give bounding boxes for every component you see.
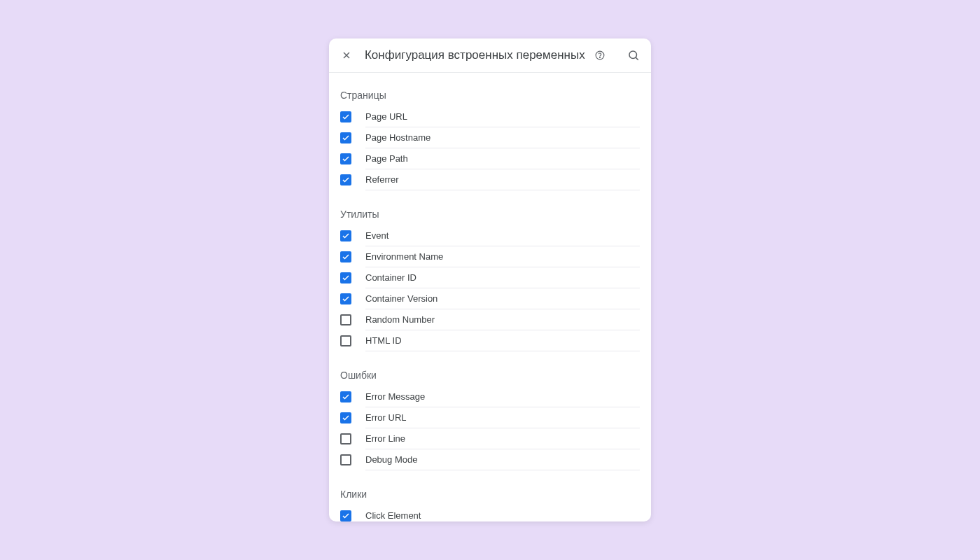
variable-row: Event xyxy=(329,225,651,246)
panel-content: СтраницыPage URLPage HostnamePage PathRe… xyxy=(329,73,651,522)
panel-header: Конфигурация встроенных переменных xyxy=(329,38,651,73)
variable-row: Referrer xyxy=(329,169,651,190)
variable-checkbox[interactable] xyxy=(340,412,351,424)
variable-label: Referrer xyxy=(365,174,399,185)
variable-label: Click Element xyxy=(365,510,421,521)
svg-line-5 xyxy=(636,57,638,60)
section-title: Страницы xyxy=(329,85,651,106)
variable-label: Page Path xyxy=(365,153,408,164)
variable-row: Container ID xyxy=(329,267,651,288)
variable-checkbox[interactable] xyxy=(340,391,351,402)
search-icon xyxy=(627,49,640,62)
variable-checkbox[interactable] xyxy=(340,272,351,284)
variable-row: Debug Mode xyxy=(329,449,651,470)
variable-row: Error Message xyxy=(329,386,651,407)
variable-row: Page Path xyxy=(329,148,651,169)
variable-checkbox[interactable] xyxy=(340,111,351,122)
variable-row: Environment Name xyxy=(329,246,651,267)
help-button[interactable] xyxy=(595,50,606,61)
svg-point-3 xyxy=(600,57,601,57)
section-title: Утилиты xyxy=(329,204,651,225)
variable-label: Error URL xyxy=(365,412,407,423)
variable-label: Page URL xyxy=(365,111,407,122)
variable-label: Error Line xyxy=(365,433,405,444)
variable-row: Page URL xyxy=(329,106,651,127)
variable-label: Debug Mode xyxy=(365,454,417,465)
close-button[interactable] xyxy=(339,47,355,64)
variable-row: Container Version xyxy=(329,288,651,309)
variable-label: Container ID xyxy=(365,272,416,283)
variable-row: HTML ID xyxy=(329,330,651,351)
panel-title: Конфигурация встроенных переменных xyxy=(365,48,585,62)
search-button[interactable] xyxy=(625,47,641,64)
variable-label: Error Message xyxy=(365,391,425,402)
variable-checkbox[interactable] xyxy=(340,153,351,164)
variable-row: Error URL xyxy=(329,407,651,428)
variable-row: Page Hostname xyxy=(329,127,651,148)
variable-row: Click Element xyxy=(329,505,651,522)
variable-checkbox[interactable] xyxy=(340,132,351,144)
variable-checkbox[interactable] xyxy=(340,251,351,262)
variable-label: Environment Name xyxy=(365,251,443,262)
variable-checkbox[interactable] xyxy=(340,174,351,186)
variable-row: Random Number xyxy=(329,309,651,330)
variable-row: Error Line xyxy=(329,428,651,449)
variable-label: Page Hostname xyxy=(365,132,430,143)
variable-checkbox[interactable] xyxy=(340,510,351,522)
close-icon xyxy=(341,50,352,61)
section-title: Клики xyxy=(329,484,651,505)
variable-checkbox[interactable] xyxy=(340,335,351,346)
svg-point-4 xyxy=(629,51,637,59)
variable-label: HTML ID xyxy=(365,335,402,346)
variable-checkbox[interactable] xyxy=(340,293,351,304)
config-panel: Конфигурация встроенных переменных Стран… xyxy=(329,38,651,522)
variable-label: Random Number xyxy=(365,314,435,325)
help-icon xyxy=(595,50,605,60)
variable-checkbox[interactable] xyxy=(340,230,351,241)
variable-checkbox[interactable] xyxy=(340,433,351,444)
svg-point-2 xyxy=(596,51,605,59)
section-title: Ошибки xyxy=(329,365,651,386)
variable-checkbox[interactable] xyxy=(340,314,351,326)
variable-label: Container Version xyxy=(365,293,438,304)
variable-label: Event xyxy=(365,230,388,241)
variable-checkbox[interactable] xyxy=(340,454,351,465)
